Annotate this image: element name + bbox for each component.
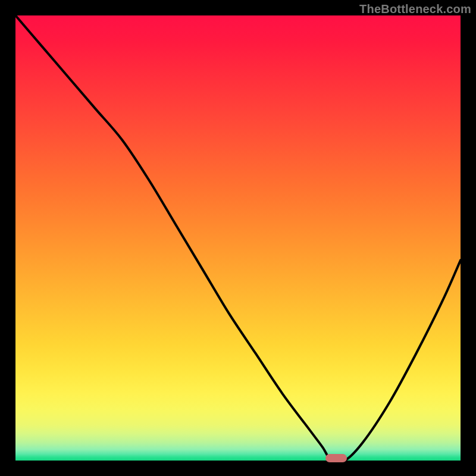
chart-frame: TheBottleneck.com (0, 0, 476, 476)
watermark-text: TheBottleneck.com (359, 2, 471, 16)
plot-area (15, 15, 461, 461)
optimum-marker (325, 454, 347, 462)
bottleneck-curve (15, 15, 461, 461)
